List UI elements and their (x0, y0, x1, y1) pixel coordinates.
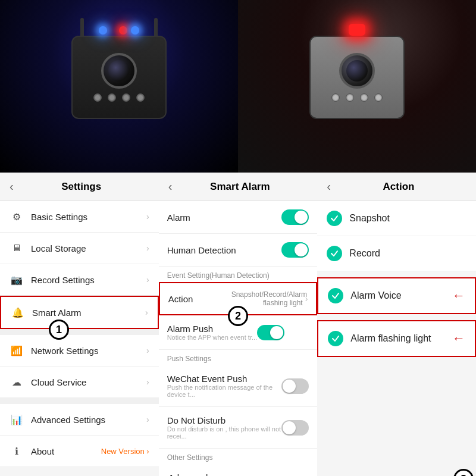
red-arrow-icon-2: ← (452, 331, 465, 346)
ir-led (108, 93, 116, 102)
alarm-toggle-item[interactable]: Alarm (159, 201, 318, 234)
smart-alarm-item[interactable]: 🔔 Smart Alarm › 1 (0, 296, 159, 329)
red-light-small (119, 26, 127, 35)
gear-icon: ⚙ (10, 209, 24, 224)
step-badge-1: 1 (49, 320, 69, 340)
info-icon: ℹ (10, 444, 24, 458)
alarm-flashing-label: Alarm flashing light (350, 333, 449, 344)
advanced-settings-item[interactable]: 📊 Advanced Settings › (0, 404, 159, 436)
smart-alarm-header: ‹ Smart Alarm (159, 173, 318, 201)
local-storage-label: Local Storage (31, 243, 146, 253)
smart-alarm-label: Smart Alarm (32, 308, 145, 318)
record-item[interactable]: Record 3 (317, 236, 476, 271)
other-settings-header: Other Settings (159, 449, 318, 464)
blue-light-2 (131, 26, 139, 35)
alarm-flashing-item[interactable]: Alarm flashing light ← (317, 320, 476, 357)
chevron-right-icon: › (305, 473, 308, 477)
chevron-right-icon: › (305, 294, 308, 303)
record-settings-label: Record Settings (31, 275, 146, 285)
cloud-icon: ☁ (10, 375, 24, 389)
settings-title: Settings (14, 181, 149, 193)
do-not-disturb-sub: Do not disturb is on , this phone will n… (167, 425, 282, 440)
ir-led (374, 93, 383, 102)
network-icon: 📶 (10, 343, 24, 358)
step-badge-3: 3 (453, 469, 474, 476)
chevron-right-icon: › (146, 346, 149, 355)
network-settings-label: Network Settings (31, 346, 146, 356)
chevron-right-icon: › (146, 377, 149, 387)
advanced-label: Advanced (168, 472, 305, 476)
storage-icon: 🖥 (10, 241, 24, 255)
wechat-push-toggle[interactable] (281, 378, 309, 394)
action-panel: ‹ Action Snapshot Record 3 (317, 173, 476, 476)
right-camera-panel (238, 0, 476, 173)
do-not-disturb-toggle[interactable] (281, 420, 309, 436)
cloud-service-label: Cloud Service (31, 377, 146, 387)
alarm-toggle[interactable] (281, 209, 309, 225)
alarm-push-toggle[interactable] (257, 325, 284, 340)
blue-light (99, 26, 107, 35)
ir-led (122, 93, 130, 102)
camera-lens-right (339, 53, 375, 89)
local-storage-item[interactable]: 🖥 Local Storage › (0, 233, 159, 264)
settings-panel: ‹ Settings ⚙ Basic Settings › 🖥 Local St… (0, 173, 159, 476)
push-settings-header: Push Settings (159, 350, 318, 365)
step-badge-2: 2 (228, 306, 248, 326)
basic-settings-item[interactable]: ⚙ Basic Settings › (0, 201, 159, 233)
snapshot-label: Snapshot (349, 213, 466, 224)
action-header: ‹ Action (317, 173, 476, 201)
alarm-voice-label: Alarm Voice (350, 290, 449, 301)
snapshot-item[interactable]: Snapshot (317, 201, 476, 236)
chevron-right-icon: › (146, 415, 149, 424)
human-detection-label: Human Detection (167, 245, 282, 255)
ir-led (136, 93, 145, 102)
record-check (327, 246, 342, 261)
snapshot-check (327, 211, 342, 226)
wechat-push-label: WeChat Event Push (167, 374, 282, 384)
ir-led (93, 93, 102, 102)
network-settings-item[interactable]: 📶 Network Settings › (0, 335, 159, 367)
new-version-badge: New Version › (101, 447, 149, 456)
chevron-right-icon: › (146, 243, 149, 253)
alarm-icon: 🔔 (11, 305, 25, 320)
camera-lens-left (101, 53, 137, 89)
alarm-voice-item[interactable]: Alarm Voice ← (317, 277, 476, 314)
action-row[interactable]: Action Snapshot/Record/Alarm flashing li… (159, 282, 318, 315)
alarm-flashing-check (328, 331, 343, 346)
chevron-right-icon: › (145, 308, 148, 317)
settings-header: ‹ Settings (0, 173, 159, 201)
action-title: Action (331, 181, 466, 193)
record-label: Record (349, 248, 466, 259)
about-label: About (31, 446, 101, 456)
smart-alarm-back-arrow[interactable]: ‹ (168, 180, 173, 193)
action-row-value: Snapshot/Record/Alarm flashing light (231, 290, 303, 307)
settings-panels: ‹ Settings ⚙ Basic Settings › 🖥 Local St… (0, 173, 476, 476)
red-light-large (349, 24, 365, 36)
left-camera-panel (0, 0, 238, 173)
human-detection-toggle[interactable] (281, 242, 309, 258)
do-not-disturb-item[interactable]: Do Not Disturb Do not disturb is on , th… (159, 407, 318, 449)
record-settings-item[interactable]: 📷 Record Settings › (0, 264, 159, 296)
record-icon: 📷 (10, 273, 24, 287)
alarm-label: Alarm (167, 212, 282, 223)
chevron-right-icon: › (146, 275, 149, 284)
human-detection-item[interactable]: Human Detection (159, 234, 318, 267)
ir-led (346, 93, 354, 102)
alarm-voice-check (328, 288, 343, 303)
smart-alarm-title: Smart Alarm (172, 181, 308, 193)
wechat-push-item[interactable]: WeChat Event Push Push the notification … (159, 365, 318, 407)
settings-back-arrow[interactable]: ‹ (10, 180, 14, 193)
advanced-item[interactable]: Advanced › (159, 464, 318, 476)
ir-led (331, 93, 340, 102)
smart-alarm-panel: ‹ Smart Alarm Alarm Human Detection Even… (159, 173, 318, 476)
action-back-arrow[interactable]: ‹ (327, 180, 331, 193)
red-arrow-icon: ← (452, 288, 465, 303)
alarm-push-label: Alarm Push (167, 324, 257, 334)
advanced-settings-label: Advanced Settings (31, 415, 146, 425)
alarm-push-sub: Notice the APP when event tr... (167, 334, 257, 341)
do-not-disturb-label: Do Not Disturb (167, 415, 282, 425)
action-row-label: Action (168, 294, 231, 304)
wechat-push-sub: Push the notification message of the dev… (167, 384, 282, 398)
cloud-service-item[interactable]: ☁ Cloud Service › (0, 367, 159, 398)
about-item[interactable]: ℹ About New Version › (0, 436, 159, 467)
